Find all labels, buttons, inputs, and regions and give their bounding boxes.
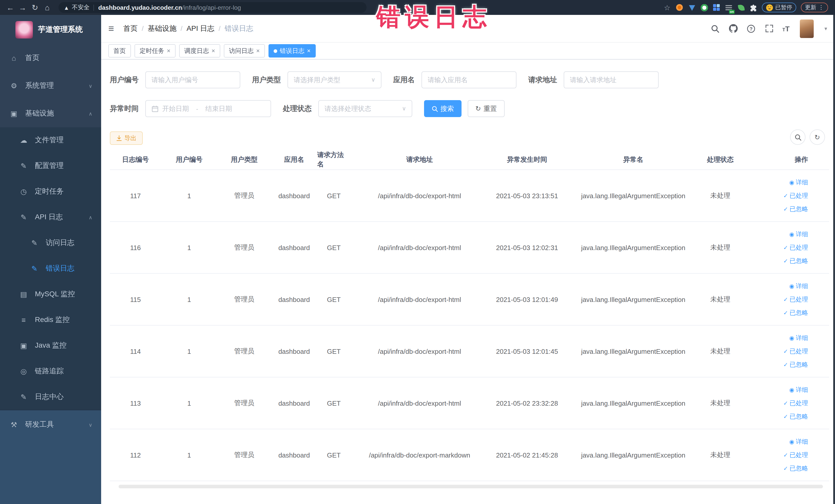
tab-error-log[interactable]: 错误日志 × <box>268 44 316 58</box>
tab-schedule-log[interactable]: 调度日志 × <box>179 44 220 58</box>
help-icon[interactable] <box>747 24 756 33</box>
action-ignored[interactable]: ✓已忽略 <box>783 464 808 473</box>
browser-update-button[interactable]: 更新 ⋮ <box>801 3 828 12</box>
search-button[interactable]: 搜索 <box>424 100 462 117</box>
exception-time-range-picker[interactable]: 开始日期 - 结束日期 <box>145 100 271 117</box>
sidebar-item-scheduled-tasks[interactable]: ◷ 定时任务 <box>0 179 101 204</box>
horizontal-scrollbar[interactable] <box>119 485 823 488</box>
sidebar-item-java-monitor[interactable]: ▣ Java 监控 <box>0 333 101 358</box>
breadcrumb-api-log[interactable]: API 日志 <box>187 24 215 33</box>
process-status-select[interactable]: 请选择处理状态 ∨ <box>318 100 412 117</box>
sidebar-item-label: Java 监控 <box>35 341 66 350</box>
action-detail[interactable]: ◉详细 <box>789 385 808 394</box>
action-processed[interactable]: ✓已处理 <box>783 347 808 356</box>
filter-label: 应用名 <box>393 75 415 84</box>
action-processed[interactable]: ✓已处理 <box>783 399 808 407</box>
sidebar-item-redis-monitor[interactable]: ≡ Redis 监控 <box>0 307 101 333</box>
extension-orange-icon[interactable] <box>676 4 683 11</box>
avatar-chevron-down-icon[interactable]: ▼ <box>823 26 828 31</box>
action-detail[interactable]: ◉详细 <box>789 334 808 342</box>
close-icon[interactable]: × <box>211 47 215 55</box>
refresh-table-button[interactable]: ↻ <box>810 129 825 145</box>
reset-button[interactable]: ↻ 重置 <box>468 100 505 117</box>
cell-user_id: 1 <box>161 429 217 481</box>
cell-exception: java.lang.IllegalArgumentException <box>566 326 701 377</box>
check-icon: ✓ <box>783 400 788 406</box>
sidebar-item-log-center[interactable]: ✎ 日志中心 <box>0 384 101 410</box>
fullscreen-icon[interactable] <box>765 24 774 33</box>
tab-home[interactable]: 首页 <box>108 44 131 58</box>
action-processed[interactable]: ✓已处理 <box>783 450 808 459</box>
extension-shield-icon[interactable] <box>688 4 696 11</box>
cell-status: 未处理 <box>701 274 739 325</box>
breadcrumb-home[interactable]: 首页 <box>123 24 138 33</box>
browser-forward-icon[interactable]: → <box>16 3 29 12</box>
action-ignored[interactable]: ✓已忽略 <box>783 205 808 213</box>
sidebar-item-file-management[interactable]: ☁ 文件管理 <box>0 127 101 153</box>
sidebar-item-label: API 日志 <box>35 213 63 222</box>
action-ignored[interactable]: ✓已忽略 <box>783 360 808 369</box>
github-icon[interactable] <box>729 24 738 33</box>
extensions-puzzle-icon[interactable] <box>750 4 757 11</box>
extension-leaf-icon[interactable] <box>737 4 745 11</box>
user-type-select[interactable]: 请选择用户类型 ∨ <box>287 72 382 88</box>
font-size-icon[interactable]: TT <box>782 24 790 33</box>
cell-user_id: 1 <box>161 222 217 273</box>
close-icon[interactable]: × <box>307 47 311 55</box>
browser-menu-icon[interactable]: ⋮ <box>818 4 824 11</box>
sidebar-item-infrastructure[interactable]: ▣ 基础设施 ∧ <box>0 100 101 127</box>
action-ignored[interactable]: ✓已忽略 <box>783 412 808 421</box>
cell-user_id: 1 <box>161 274 217 325</box>
cell-method: GET <box>317 222 351 273</box>
browser-back-icon[interactable]: ← <box>4 3 16 12</box>
sidebar-item-error-log[interactable]: ✎ 错误日志 <box>0 256 101 281</box>
user-id-input[interactable]: 请输入用户编号 <box>145 72 240 88</box>
sidebar-item-trace[interactable]: ◎ 链路追踪 <box>0 358 101 384</box>
sidebar-collapse-icon[interactable]: ≡ <box>108 23 114 34</box>
check-icon: ✓ <box>783 258 788 264</box>
action-ignored[interactable]: ✓已忽略 <box>783 308 808 317</box>
sidebar-item-config-management[interactable]: ✎ 配置管理 <box>0 153 101 179</box>
action-processed[interactable]: ✓已处理 <box>783 243 808 252</box>
sidebar-item-label: MySQL 监控 <box>35 289 75 299</box>
browser-reload-icon[interactable]: ↻ <box>29 3 41 12</box>
sidebar-item-api-log[interactable]: ✎ API 日志 ∧ <box>0 204 101 230</box>
close-icon[interactable]: × <box>256 47 260 55</box>
bookmark-star-icon[interactable]: ☆ <box>663 4 671 11</box>
request-url-input[interactable]: 请输入请求地址 <box>564 72 659 88</box>
action-ignored[interactable]: ✓已忽略 <box>783 257 808 265</box>
tab-access-log[interactable]: 访问日志 × <box>224 44 265 58</box>
action-processed[interactable]: ✓已处理 <box>783 191 808 200</box>
action-detail[interactable]: ◉详细 <box>789 282 808 290</box>
close-icon[interactable]: × <box>167 47 170 55</box>
app-name-input[interactable]: 请输入应用名 <box>422 72 516 88</box>
sidebar-item-home[interactable]: ⌂ 首页 <box>0 44 101 72</box>
window-scrollbar[interactable] <box>833 15 835 504</box>
check-icon: ✓ <box>783 451 788 458</box>
sidebar-item-system-management[interactable]: ⚙ 系统管理 ∨ <box>0 72 101 100</box>
cell-time: 2021-05-03 12:01:49 <box>489 274 566 325</box>
export-button[interactable]: 导出 <box>110 132 143 145</box>
action-detail[interactable]: ◉详细 <box>789 178 808 187</box>
action-detail[interactable]: ◉详细 <box>789 230 808 239</box>
paused-extension-badge[interactable]: 已暂停 <box>762 3 796 12</box>
sidebar-item-label: 系统管理 <box>25 81 54 90</box>
browser-home-icon[interactable]: ⌂ <box>41 3 54 12</box>
action-processed[interactable]: ✓已处理 <box>783 295 808 304</box>
calendar-icon <box>151 105 159 112</box>
sidebar-item-dev-tools[interactable]: ⚒ 研发工具 ∨ <box>0 410 101 439</box>
search-icon[interactable] <box>711 24 720 33</box>
avatar[interactable] <box>800 19 814 38</box>
action-detail[interactable]: ◉详细 <box>789 437 808 446</box>
tab-scheduled-tasks[interactable]: 定时任务 × <box>135 44 176 58</box>
breadcrumb-infrastructure[interactable]: 基础设施 <box>148 24 176 33</box>
sidebar-logo-row[interactable]: 芋道管理系统 <box>0 15 101 44</box>
extension-switch-icon[interactable]: on <box>725 4 733 11</box>
check-icon: ✓ <box>783 192 788 199</box>
sidebar-item-mysql-monitor[interactable]: ▤ MySQL 监控 <box>0 281 101 307</box>
toggle-search-button[interactable] <box>790 129 806 145</box>
address-bar[interactable]: ▲ 不安全 dashboard.yudao.iocoder.cn /infra/… <box>59 2 367 13</box>
extension-grid-icon[interactable] <box>713 4 720 11</box>
extension-green-icon[interactable] <box>700 4 708 11</box>
sidebar-item-access-log[interactable]: ✎ 访问日志 <box>0 230 101 256</box>
